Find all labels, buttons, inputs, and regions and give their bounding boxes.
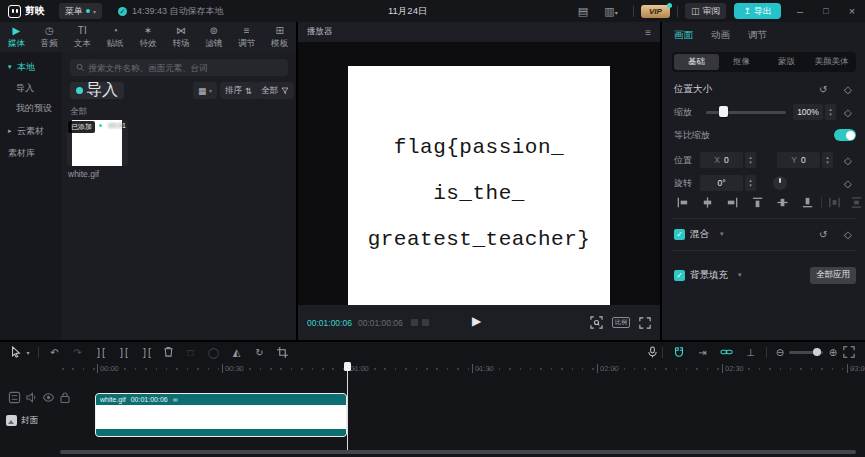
rotation-dial[interactable] bbox=[773, 176, 787, 190]
scale-value[interactable]: 100% bbox=[793, 104, 823, 120]
hide-track-icon[interactable] bbox=[42, 391, 55, 404]
blend-checkbox[interactable]: ✓ bbox=[674, 229, 685, 240]
sort-button[interactable]: 排序 ⇅ bbox=[220, 82, 257, 99]
sidebar-item-local[interactable]: ▾本地 bbox=[0, 58, 62, 76]
scale-slider[interactable] bbox=[706, 111, 786, 114]
scale-slider-knob[interactable] bbox=[719, 106, 728, 117]
mirror-button[interactable]: ◭ bbox=[225, 347, 248, 358]
tab-effects[interactable]: ✶特效 bbox=[132, 22, 165, 52]
subtab-basic[interactable]: 基础 bbox=[674, 54, 719, 70]
playhead-line[interactable] bbox=[347, 362, 348, 450]
timeline-zoom-in-icon[interactable]: ⊕ bbox=[823, 347, 843, 358]
tab-audio[interactable]: ◷音频 bbox=[33, 22, 66, 52]
delete-button[interactable] bbox=[163, 346, 174, 358]
link-icon[interactable] bbox=[720, 346, 733, 358]
playhead-handle[interactable] bbox=[344, 362, 351, 371]
keyframe-icon[interactable]: ◇ bbox=[844, 107, 852, 118]
align-middle-v-icon[interactable] bbox=[776, 196, 789, 209]
filter-button[interactable]: 全部 bbox=[256, 82, 294, 99]
tab-adjust[interactable]: ≡调节 bbox=[230, 22, 263, 52]
timeline-scrollbar[interactable] bbox=[60, 450, 856, 454]
keyframe-icon[interactable]: ◇ bbox=[844, 84, 852, 95]
subtab-beauty[interactable]: 美颜美体 bbox=[809, 54, 854, 70]
reset-icon[interactable]: ↺ bbox=[819, 229, 827, 240]
keyframe-icon[interactable]: ◇ bbox=[844, 229, 852, 240]
reset-icon[interactable]: ↺ bbox=[819, 84, 827, 95]
background-checkbox[interactable]: ✓ bbox=[674, 270, 685, 281]
tab-text[interactable]: TI文本 bbox=[66, 22, 99, 52]
view-mode-dropdown[interactable]: ▦ ▾ bbox=[193, 82, 217, 99]
tab-media[interactable]: ▶媒体 bbox=[0, 22, 33, 52]
timeline-zoom-slider[interactable] bbox=[789, 351, 823, 354]
timeline-clip[interactable]: white.gif 00:01:00:06 ∞ bbox=[95, 393, 347, 437]
main-track-magnet-icon[interactable] bbox=[673, 346, 685, 358]
cover-button[interactable]: 封面 bbox=[6, 412, 38, 429]
split-button[interactable]: ][ bbox=[89, 347, 112, 358]
track-options-icon[interactable] bbox=[8, 391, 21, 404]
trim-right-button[interactable]: ][ bbox=[135, 347, 158, 358]
freeze-frame-button[interactable]: □ bbox=[179, 347, 202, 358]
player-menu-icon[interactable]: ≡ bbox=[645, 27, 651, 38]
crop-button[interactable] bbox=[277, 347, 288, 358]
chevron-down-icon[interactable]: ▾ bbox=[720, 230, 724, 238]
rotation-field[interactable]: 0° bbox=[700, 175, 743, 191]
search-box[interactable] bbox=[70, 59, 288, 76]
keyframe-icon[interactable]: ◇ bbox=[844, 178, 852, 189]
align-top-icon[interactable] bbox=[751, 196, 764, 209]
align-left-icon[interactable] bbox=[676, 196, 689, 209]
tab-picture[interactable]: 画面 bbox=[674, 29, 693, 42]
distribute-v-icon[interactable] bbox=[850, 196, 863, 209]
sidebar-item-presets[interactable]: 我的预设 bbox=[0, 99, 62, 117]
subtab-mask[interactable]: 蒙版 bbox=[764, 54, 809, 70]
select-tool-icon[interactable] bbox=[10, 346, 22, 358]
export-button[interactable]: ↥ 导出 bbox=[734, 3, 781, 19]
menu-button[interactable]: 菜单 ▾ bbox=[59, 3, 102, 19]
minimize-button[interactable]: – bbox=[787, 5, 813, 17]
record-audio-icon[interactable] bbox=[647, 346, 658, 358]
scene-detect-icon[interactable] bbox=[590, 316, 603, 329]
position-y-stepper[interactable]: ▴▾ bbox=[822, 152, 833, 168]
review-button[interactable]: ◫ 审阅 bbox=[685, 3, 727, 19]
tab-transition[interactable]: ⋈转场 bbox=[164, 22, 197, 52]
preview-canvas[interactable]: flag{passion_ is_the_ greatest_teacher} bbox=[348, 66, 610, 322]
preview-axis-icon[interactable]: ⊥ bbox=[739, 347, 762, 358]
lock-track-icon[interactable] bbox=[59, 391, 71, 404]
ratio-button[interactable]: 比例 bbox=[612, 317, 630, 328]
rotation-stepper[interactable]: ▴▾ bbox=[745, 175, 756, 191]
sidebar-item-import[interactable]: 导入 bbox=[0, 79, 62, 97]
timeline-ruler[interactable]: 00:00 00:30 01:00 01:30 02:00 02:30 03:0… bbox=[0, 362, 865, 376]
uniform-scale-toggle[interactable] bbox=[834, 129, 856, 141]
distribute-h-icon[interactable] bbox=[828, 196, 841, 209]
search-input[interactable] bbox=[88, 63, 282, 73]
vip-badge[interactable]: VIP bbox=[641, 5, 670, 18]
position-x-field[interactable]: X0 bbox=[700, 152, 743, 168]
media-clip-tile[interactable]: 已添加 00:01 bbox=[67, 120, 128, 166]
layout-panels-icon[interactable]: ▤ bbox=[570, 5, 596, 18]
trim-left-button[interactable]: ][ bbox=[112, 347, 135, 358]
apply-all-button[interactable]: 全部应用 bbox=[810, 267, 856, 284]
import-button[interactable]: 导入 bbox=[70, 82, 124, 99]
zoom-fit-icon[interactable] bbox=[843, 346, 855, 358]
tab-animation[interactable]: 动画 bbox=[711, 29, 730, 42]
keyframe-icon[interactable]: ◇ bbox=[844, 155, 852, 166]
player-option-icon-2[interactable] bbox=[422, 319, 429, 326]
scale-stepper[interactable]: ▴▾ bbox=[825, 104, 836, 120]
subtab-cutout[interactable]: 抠像 bbox=[719, 54, 764, 70]
mute-track-icon[interactable] bbox=[25, 391, 38, 404]
tab-sticker[interactable]: ◔贴纸 bbox=[99, 22, 132, 52]
rotate-button[interactable]: ↻ bbox=[248, 347, 271, 358]
sidebar-item-library[interactable]: 素材库 bbox=[0, 144, 62, 162]
auto-snap-icon[interactable]: ⇥ bbox=[691, 347, 714, 358]
align-bottom-icon[interactable] bbox=[801, 196, 814, 209]
sidebar-item-cloud[interactable]: ▸云素材 bbox=[0, 122, 62, 140]
close-button[interactable]: × bbox=[839, 5, 865, 17]
position-y-field[interactable]: Y0 bbox=[777, 152, 820, 168]
chevron-down-icon[interactable]: ▾ bbox=[738, 271, 742, 279]
timeline-zoom-out-icon[interactable]: ⊖ bbox=[771, 347, 789, 358]
tab-filter[interactable]: ⊚滤镜 bbox=[197, 22, 230, 52]
tab-template[interactable]: ⊞模板 bbox=[263, 22, 296, 52]
redo-button[interactable]: ↷ bbox=[66, 347, 89, 358]
fullscreen-icon[interactable] bbox=[639, 317, 651, 329]
reverse-button[interactable]: ◯ bbox=[202, 347, 225, 358]
align-center-h-icon[interactable] bbox=[701, 196, 714, 209]
